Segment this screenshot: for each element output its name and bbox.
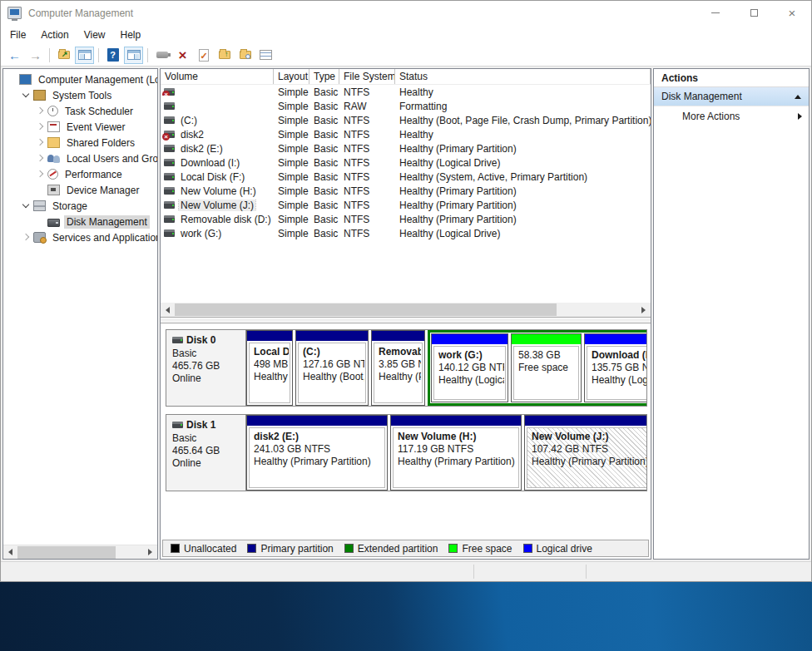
partition-cell-new-volume-j[interactable]: New Volume (J:)107.42 GB NTFSHealthy (Pr…	[524, 415, 646, 491]
explore-button[interactable]	[235, 47, 255, 64]
menu-action[interactable]: Action	[33, 27, 76, 43]
scroll-right-icon[interactable]	[636, 303, 651, 317]
status-separator	[586, 565, 587, 579]
attach-vhd-button[interactable]	[152, 47, 171, 64]
column-header-type[interactable]: Type	[309, 69, 339, 84]
properties-button[interactable]	[194, 47, 213, 64]
tree-horizontal-scrollbar[interactable]	[3, 545, 157, 559]
plug-icon	[156, 52, 168, 58]
volume-row-new-volume-h[interactable]: New Volume (H:)SimpleBasicNTFSHealthy (P…	[161, 184, 651, 198]
minimize-icon	[711, 12, 720, 13]
menu-file[interactable]: File	[2, 27, 33, 43]
volume-row-disk2[interactable]: disk2SimpleBasicNTFSHealthy	[161, 127, 651, 141]
tree-item-storage[interactable]: Storage	[3, 198, 157, 214]
partition-cell-removable-disk-d[interactable]: Removable disk (D:)3.85 GB NTFSHealthy (…	[371, 330, 425, 406]
tree-item-performance[interactable]: Performance	[3, 166, 157, 182]
chevron-right-icon[interactable]	[36, 138, 45, 147]
tree-item-system-tools[interactable]: System Tools	[3, 87, 157, 103]
tree-item-local-users-and-groups[interactable]: Local Users and Groups	[3, 150, 157, 166]
volume-row-disk2-e[interactable]: disk2 (E:)SimpleBasicNTFSHealthy (Primar…	[161, 141, 651, 155]
chevron-right-icon[interactable]	[36, 122, 45, 131]
volume-layout-cell: Simple	[274, 101, 309, 112]
volume-fs-cell: NTFS	[339, 157, 395, 169]
scrollbar-thumb[interactable]	[17, 546, 116, 559]
chevron-right-icon[interactable]	[22, 233, 31, 242]
forward-button[interactable]: →	[26, 47, 45, 64]
maximize-button[interactable]	[735, 1, 773, 25]
partition-cell-disk2-e[interactable]: disk2 (E:)241.03 GB NTFSHealthy (Primary…	[246, 415, 388, 491]
volume-row-local-disk-f[interactable]: Local Disk (F:)SimpleBasicNTFSHealthy (S…	[161, 170, 651, 184]
desktop-wallpaper	[0, 582, 812, 651]
partition-body: Download (I:)135.75 GB NTFSHealthy (Logi…	[585, 344, 646, 402]
volume-type-cell: Basic	[309, 143, 339, 155]
partition-info: (C:)127.16 GB NTFSHealthy (Boot, Page Fi…	[298, 343, 366, 403]
volume-fs-cell: NTFS	[339, 171, 395, 183]
column-header-status[interactable]: Status	[395, 69, 651, 84]
partition-status: Healthy (Logical Drive)	[592, 374, 646, 387]
column-header-volume[interactable]: Volume	[161, 69, 274, 84]
partition-cell-work-g[interactable]: work (G:)140.12 GB NTFSHealthy (Logical …	[431, 333, 508, 402]
chevron-right-icon[interactable]	[36, 154, 45, 163]
partition-cell-local-disk-f[interactable]: Local Disk (F:)498 MB NTFSHealthy (Syste…	[246, 330, 293, 406]
disk-icon	[164, 116, 175, 124]
volume-row-work-g[interactable]: work (G:)SimpleBasicNTFSHealthy (Logical…	[161, 226, 651, 240]
help-button[interactable]: ?	[103, 47, 122, 64]
partition-cell-item[interactable]: 58.38 GBFree space	[511, 333, 582, 402]
scroll-left-icon[interactable]	[161, 303, 175, 317]
legend-swatch	[448, 544, 458, 553]
partition-cell-c[interactable]: (C:)127.16 GB NTFSHealthy (Boot, Page Fi…	[295, 330, 369, 406]
disk-header-disk-0[interactable]: Disk 0Basic465.76 GBOnline	[166, 330, 246, 406]
disk-header-disk-1[interactable]: Disk 1Basic465.64 GBOnline	[166, 415, 246, 491]
column-header-layout[interactable]: Layout	[274, 69, 309, 84]
scroll-right-icon[interactable]	[143, 545, 157, 560]
volume-type-cell: Basic	[309, 157, 339, 169]
chevron-right-icon[interactable]	[36, 170, 45, 179]
volume-row-item[interactable]: SimpleBasicNTFSHealthy	[161, 85, 651, 99]
volume-layout-cell: Simple	[274, 228, 309, 239]
primary-color-bar	[247, 416, 387, 426]
back-button[interactable]: ←	[5, 47, 24, 64]
tree-item-disk-management[interactable]: Disk Management	[3, 214, 157, 229]
partition-cell-new-volume-h[interactable]: New Volume (H:)117.19 GB NTFSHealthy (Pr…	[390, 415, 522, 491]
pane-splitter[interactable]	[161, 317, 651, 323]
tree-item-device-manager[interactable]: Device Manager	[3, 182, 157, 198]
disk-size: 465.76 GB	[172, 360, 242, 372]
volume-row-new-volume-j[interactable]: New Volume (J:)SimpleBasicNTFSHealthy (P…	[161, 198, 651, 212]
more-actions-item[interactable]: More Actions	[654, 106, 809, 126]
volume-row-c[interactable]: (C:)SimpleBasicNTFSHealthy (Boot, Page F…	[161, 113, 651, 127]
scrollbar-thumb[interactable]	[175, 303, 557, 316]
tree-item-event-viewer[interactable]: Event Viewer	[3, 119, 157, 135]
scroll-left-icon[interactable]	[3, 545, 17, 560]
action-pane-toggle-button[interactable]	[124, 47, 143, 64]
tree-item-label: Services and Applications	[50, 231, 157, 244]
disk-icon	[164, 102, 175, 110]
tree-item-services-and-applications[interactable]: Services and Applications	[3, 229, 157, 245]
logical-color-bar	[585, 334, 646, 344]
partition-cell-download-i[interactable]: Download (I:)135.75 GB NTFSHealthy (Logi…	[584, 333, 646, 402]
action-pane-icon	[127, 50, 141, 60]
details-view-button[interactable]	[256, 47, 275, 64]
column-header-file-system[interactable]: File System	[339, 69, 395, 84]
disk-icon	[164, 229, 175, 237]
open-button[interactable]: ↑	[215, 47, 234, 64]
volume-name-cell: Local Disk (F:)	[161, 171, 274, 183]
actions-group-disk-management[interactable]: Disk Management	[654, 87, 809, 106]
chevron-down-icon[interactable]	[22, 201, 31, 210]
volume-list-horizontal-scrollbar[interactable]	[161, 303, 651, 317]
volume-row-download-i[interactable]: Download (I:)SimpleBasicNTFSHealthy (Log…	[161, 155, 651, 170]
tree-item-task-scheduler[interactable]: Task Scheduler	[3, 103, 157, 119]
close-button[interactable]: ×	[773, 1, 811, 25]
more-actions-label: More Actions	[682, 111, 798, 122]
delete-volume-button[interactable]: ×	[173, 47, 192, 64]
chevron-right-icon[interactable]	[36, 106, 45, 116]
minimize-button[interactable]	[696, 1, 735, 25]
tree-item-shared-folders[interactable]: Shared Folders	[3, 135, 157, 150]
chevron-down-icon[interactable]	[22, 91, 31, 100]
export-list-button[interactable]: ↗	[54, 47, 73, 64]
console-tree-toggle-button[interactable]	[75, 47, 94, 64]
volume-row-item[interactable]: SimpleBasicRAWFormatting	[161, 99, 651, 113]
volume-row-removable-disk-d[interactable]: Removable disk (D:)SimpleBasicNTFSHealth…	[161, 212, 651, 226]
menu-help[interactable]: Help	[113, 27, 149, 43]
menu-view[interactable]: View	[77, 27, 113, 43]
tree-item-computer-management-local[interactable]: Computer Management (Local	[3, 72, 157, 87]
